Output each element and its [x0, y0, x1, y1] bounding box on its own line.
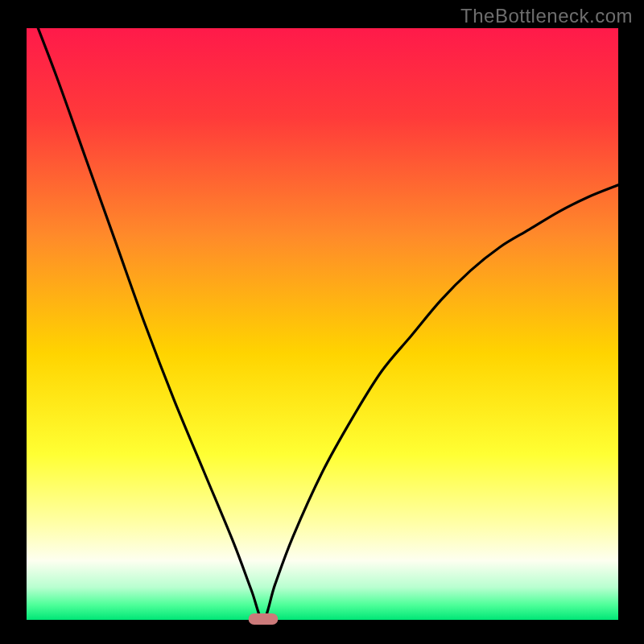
plot-area [27, 28, 618, 620]
optimum-marker [249, 613, 279, 625]
bottleneck-plot [0, 0, 644, 644]
watermark-text: TheBottleneck.com [460, 5, 633, 27]
chart-frame: TheBottleneck.com [0, 0, 644, 644]
